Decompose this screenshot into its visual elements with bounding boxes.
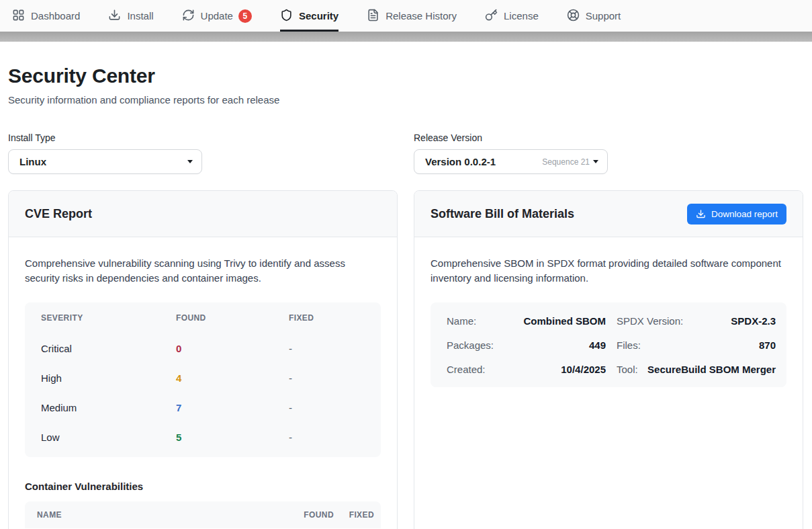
severity-name: Critical bbox=[41, 343, 176, 354]
sbom-field-tool: Tool: SecureBuild SBOM Merger bbox=[617, 364, 776, 375]
install-type-label: Install Type bbox=[8, 132, 202, 143]
cve-report-header: CVE Report bbox=[9, 191, 397, 237]
table-row: Low 5 - bbox=[41, 422, 365, 452]
severity-found-count: 4 bbox=[176, 372, 289, 384]
cve-report-body: Comprehensive vulnerability scanning usi… bbox=[9, 237, 397, 529]
download-icon bbox=[108, 9, 121, 24]
life-buoy-icon bbox=[567, 9, 580, 24]
nav-label: Dashboard bbox=[31, 10, 80, 22]
dashboard-grid-icon bbox=[12, 9, 25, 24]
install-type-value: Linux bbox=[19, 156, 46, 167]
field-value: 10/4/2025 bbox=[561, 364, 606, 375]
sbom-header: Software Bill of Materials Download repo… bbox=[414, 191, 803, 237]
release-version-filter: Release Version Version 0.0.2-1 Sequence… bbox=[414, 132, 608, 174]
release-version-label: Release Version bbox=[414, 132, 608, 143]
field-label: Tool: bbox=[617, 364, 638, 375]
sbom-field-name: Name: Combined SBOM bbox=[447, 315, 606, 327]
top-nav: Dashboard Install Update 5 Security Rele… bbox=[0, 0, 812, 32]
sbom-card: Software Bill of Materials Download repo… bbox=[414, 190, 803, 529]
sbom-field-created: Created: 10/4/2025 bbox=[447, 364, 606, 375]
field-value: SecureBuild SBOM Merger bbox=[647, 364, 776, 375]
severity-fixed-count: - bbox=[289, 372, 365, 384]
nav-tab-support[interactable]: Support bbox=[567, 0, 621, 32]
field-value: SPDX-2.3 bbox=[731, 315, 776, 327]
sbom-title: Software Bill of Materials bbox=[431, 207, 574, 221]
severity-name: Low bbox=[41, 432, 176, 443]
install-type-filter: Install Type Linux bbox=[8, 132, 202, 174]
field-value: Combined SBOM bbox=[524, 315, 606, 327]
severity-found-count: 5 bbox=[176, 432, 289, 443]
chevron-down-icon bbox=[593, 160, 598, 163]
cve-report-description: Comprehensive vulnerability scanning usi… bbox=[25, 256, 375, 285]
main-content: Security Center Security information and… bbox=[0, 65, 812, 529]
container-vulnerabilities-title: Container Vulnerabilities bbox=[25, 481, 381, 492]
nav-label: License bbox=[504, 10, 539, 22]
filters-row: Install Type Linux Release Version Versi… bbox=[8, 132, 804, 174]
nav-tab-release-history[interactable]: Release History bbox=[367, 0, 457, 32]
nav-tab-dashboard[interactable]: Dashboard bbox=[12, 0, 80, 32]
severity-fixed-count: - bbox=[289, 402, 365, 413]
page-title: Security Center bbox=[8, 65, 804, 87]
nav-label: Release History bbox=[386, 10, 457, 22]
table-row: Created: 10/4/2025 Tool: SecureBuild SBO… bbox=[447, 357, 776, 381]
download-report-label: Download report bbox=[711, 209, 778, 219]
container-vulnerabilities-header: NAME FOUND FIXED bbox=[25, 501, 381, 528]
table-row: Packages: 449 Files: 870 bbox=[447, 333, 776, 357]
sbom-body: Comprehensive SBOM in SPDX format provid… bbox=[414, 237, 803, 403]
nav-tab-update[interactable]: Update 5 bbox=[182, 0, 252, 32]
sbom-info-grid: Name: Combined SBOM SPDX Version: SPDX-2… bbox=[431, 302, 786, 387]
severity-fixed-count: - bbox=[289, 432, 365, 443]
severity-name: Medium bbox=[41, 402, 176, 413]
release-sequence: Sequence 21 bbox=[542, 157, 598, 167]
file-text-icon bbox=[367, 9, 379, 24]
severity-fixed-count: - bbox=[289, 343, 365, 354]
install-type-select[interactable]: Linux bbox=[8, 149, 202, 174]
nav-label: Update bbox=[201, 10, 233, 22]
field-label: Created: bbox=[447, 364, 486, 375]
nav-tab-install[interactable]: Install bbox=[108, 0, 153, 32]
nav-label: Install bbox=[127, 10, 153, 22]
table-row: Medium 7 - bbox=[41, 393, 365, 422]
col-found: FOUND bbox=[176, 313, 289, 323]
sbom-description: Comprehensive SBOM in SPDX format provid… bbox=[431, 256, 781, 285]
nav-label: Support bbox=[586, 10, 621, 22]
table-row: Critical 0 - bbox=[41, 333, 365, 363]
sequence-label: Sequence 21 bbox=[542, 157, 590, 167]
severity-found-count: 0 bbox=[176, 343, 289, 354]
sbom-field-packages: Packages: 449 bbox=[447, 339, 606, 351]
download-icon bbox=[696, 209, 706, 219]
table-row: High 4 - bbox=[41, 363, 365, 393]
key-icon bbox=[485, 9, 498, 24]
refresh-icon bbox=[182, 9, 195, 24]
nav-tab-security[interactable]: Security bbox=[280, 0, 339, 32]
sbom-field-files: Files: 870 bbox=[617, 339, 776, 351]
chevron-down-icon bbox=[187, 160, 193, 163]
shield-icon bbox=[280, 9, 293, 24]
field-value: 449 bbox=[589, 339, 606, 351]
nav-tab-license[interactable]: License bbox=[485, 0, 539, 32]
cve-report-card: CVE Report Comprehensive vulnerability s… bbox=[8, 190, 398, 529]
nav-label: Security bbox=[299, 10, 339, 22]
field-label: Name: bbox=[447, 315, 476, 327]
cve-report-title: CVE Report bbox=[25, 207, 92, 221]
severity-table: SEVERITY FOUND FIXED Critical 0 - High 4… bbox=[25, 302, 381, 457]
header-divider-band bbox=[0, 32, 812, 42]
col-fixed: FIXED bbox=[289, 313, 365, 323]
cards-row: CVE Report Comprehensive vulnerability s… bbox=[8, 190, 804, 529]
table-row: Name: Combined SBOM SPDX Version: SPDX-2… bbox=[447, 309, 776, 333]
severity-found-count: 7 bbox=[176, 402, 289, 413]
col-name: NAME bbox=[37, 510, 283, 520]
field-value: 870 bbox=[759, 339, 776, 351]
col-fixed: FIXED bbox=[334, 510, 374, 520]
download-report-button[interactable]: Download report bbox=[687, 204, 786, 225]
release-version-select[interactable]: Version 0.0.2-1 Sequence 21 bbox=[414, 149, 608, 174]
release-version-value: Version 0.0.2-1 bbox=[425, 156, 496, 167]
severity-name: High bbox=[41, 372, 176, 384]
page-subtitle: Security information and compliance repo… bbox=[8, 94, 804, 106]
update-count-badge: 5 bbox=[238, 9, 252, 23]
severity-table-header: SEVERITY FOUND FIXED bbox=[41, 302, 365, 333]
col-severity: SEVERITY bbox=[41, 313, 176, 323]
field-label: SPDX Version: bbox=[617, 315, 683, 327]
col-found: FOUND bbox=[283, 510, 334, 520]
sbom-field-spdx-version: SPDX Version: SPDX-2.3 bbox=[617, 315, 776, 327]
